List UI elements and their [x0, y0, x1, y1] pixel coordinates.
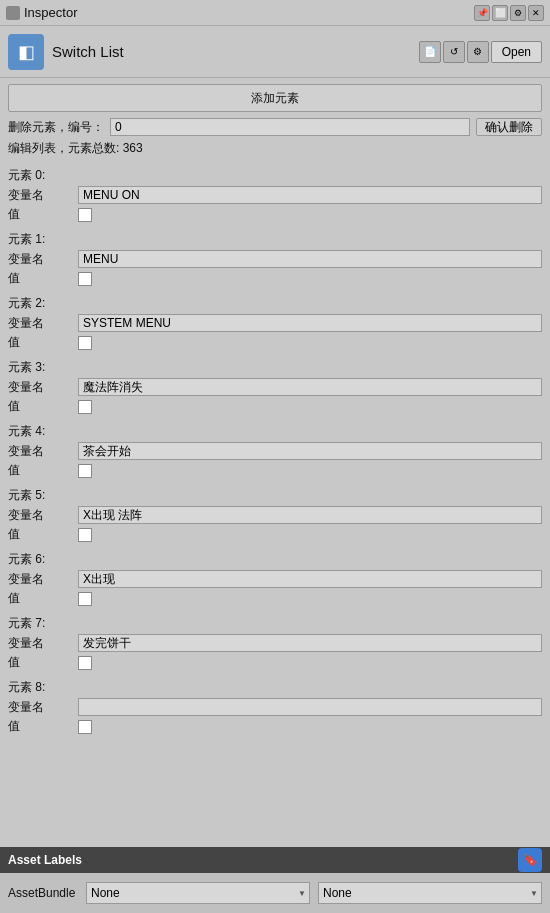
element-checkbox-7[interactable]: [78, 656, 92, 670]
asset-bundle-label: AssetBundle: [8, 886, 78, 900]
element-var-input-8[interactable]: [78, 698, 542, 716]
title-bar: Inspector 📌 ⬜ ⚙ ✕: [0, 0, 550, 26]
element-var-label-4: 变量名: [8, 443, 78, 460]
open-button[interactable]: Open: [491, 41, 542, 63]
header-title: Switch List: [52, 43, 419, 60]
element-var-label-1: 变量名: [8, 251, 78, 268]
header-buttons: 📄 ↺ ⚙ Open: [419, 41, 542, 63]
asset-bundle-select-2[interactable]: None: [318, 882, 542, 904]
maximize-button[interactable]: ⬜: [492, 5, 508, 21]
element-header-0: 元素 0:: [8, 167, 542, 184]
element-group-1: 元素 1:变量名值: [8, 231, 542, 287]
element-var-input-6[interactable]: [78, 570, 542, 588]
element-header-6: 元素 6:: [8, 551, 542, 568]
asset-labels-icon: 🔖: [518, 848, 542, 872]
asset-bundle-select-1[interactable]: None: [86, 882, 310, 904]
element-checkbox-4[interactable]: [78, 464, 92, 478]
asset-bundle-select-1-wrapper: None: [86, 882, 310, 904]
element-var-row-5: 变量名: [8, 506, 542, 524]
element-var-label-8: 变量名: [8, 699, 78, 716]
element-var-row-6: 变量名: [8, 570, 542, 588]
element-header-7: 元素 7:: [8, 615, 542, 632]
element-header-4: 元素 4:: [8, 423, 542, 440]
delete-row: 删除元素，编号： 确认删除: [8, 118, 542, 136]
element-var-input-0[interactable]: [78, 186, 542, 204]
element-var-label-2: 变量名: [8, 315, 78, 332]
delete-input[interactable]: [110, 118, 470, 136]
element-value-row-1: 值: [8, 270, 542, 287]
element-header-2: 元素 2:: [8, 295, 542, 312]
element-value-row-6: 值: [8, 590, 542, 607]
delete-label: 删除元素，编号：: [8, 119, 104, 136]
element-var-input-4[interactable]: [78, 442, 542, 460]
element-value-row-8: 值: [8, 718, 542, 735]
close-button[interactable]: ✕: [528, 5, 544, 21]
asset-bundle-select-2-wrapper: None: [318, 882, 542, 904]
element-value-label-6: 值: [8, 590, 78, 607]
asset-labels-section: Asset Labels 🔖: [0, 847, 550, 873]
element-var-input-1[interactable]: [78, 250, 542, 268]
element-value-label-5: 值: [8, 526, 78, 543]
header-section: ◧ Switch List 📄 ↺ ⚙ Open: [0, 26, 550, 78]
element-value-label-7: 值: [8, 654, 78, 671]
element-var-label-0: 变量名: [8, 187, 78, 204]
main-content[interactable]: 添加元素 删除元素，编号： 确认删除 编辑列表，元素总数: 363 元素 0:变…: [0, 78, 550, 847]
element-checkbox-2[interactable]: [78, 336, 92, 350]
element-value-row-7: 值: [8, 654, 542, 671]
element-group-7: 元素 7:变量名值: [8, 615, 542, 671]
element-value-label-1: 值: [8, 270, 78, 287]
element-var-row-2: 变量名: [8, 314, 542, 332]
element-value-row-2: 值: [8, 334, 542, 351]
element-var-input-3[interactable]: [78, 378, 542, 396]
settings-button[interactable]: ⚙: [510, 5, 526, 21]
element-var-input-5[interactable]: [78, 506, 542, 524]
element-header-8: 元素 8:: [8, 679, 542, 696]
elements-container: 元素 0:变量名值元素 1:变量名值元素 2:变量名值元素 3:变量名值元素 4…: [8, 167, 542, 735]
pin-button[interactable]: 📌: [474, 5, 490, 21]
element-header-5: 元素 5:: [8, 487, 542, 504]
element-var-row-0: 变量名: [8, 186, 542, 204]
element-checkbox-0[interactable]: [78, 208, 92, 222]
element-value-label-8: 值: [8, 718, 78, 735]
header-icon: ◧: [8, 34, 44, 70]
element-var-row-1: 变量名: [8, 250, 542, 268]
edit-info: 编辑列表，元素总数: 363: [8, 140, 542, 157]
element-var-row-7: 变量名: [8, 634, 542, 652]
element-checkbox-1[interactable]: [78, 272, 92, 286]
element-header-3: 元素 3:: [8, 359, 542, 376]
element-var-row-8: 变量名: [8, 698, 542, 716]
element-value-label-3: 值: [8, 398, 78, 415]
element-var-input-7[interactable]: [78, 634, 542, 652]
element-checkbox-6[interactable]: [78, 592, 92, 606]
header-icon-symbol: ◧: [18, 41, 35, 63]
element-group-6: 元素 6:变量名值: [8, 551, 542, 607]
inspector-icon: [6, 6, 20, 20]
asset-bundle-row: AssetBundle None None: [0, 873, 550, 913]
asset-labels-title: Asset Labels: [8, 853, 82, 867]
element-value-label-2: 值: [8, 334, 78, 351]
element-value-row-4: 值: [8, 462, 542, 479]
element-var-label-3: 变量名: [8, 379, 78, 396]
element-checkbox-5[interactable]: [78, 528, 92, 542]
refresh-button[interactable]: ↺: [443, 41, 465, 63]
title-bar-label: Inspector: [24, 5, 77, 20]
element-group-2: 元素 2:变量名值: [8, 295, 542, 351]
add-element-button[interactable]: 添加元素: [8, 84, 542, 112]
element-group-0: 元素 0:变量名值: [8, 167, 542, 223]
confirm-delete-button[interactable]: 确认删除: [476, 118, 542, 136]
element-value-label-0: 值: [8, 206, 78, 223]
element-value-row-5: 值: [8, 526, 542, 543]
element-var-label-7: 变量名: [8, 635, 78, 652]
element-value-row-0: 值: [8, 206, 542, 223]
element-checkbox-8[interactable]: [78, 720, 92, 734]
element-checkbox-3[interactable]: [78, 400, 92, 414]
element-value-label-4: 值: [8, 462, 78, 479]
element-header-1: 元素 1:: [8, 231, 542, 248]
title-bar-controls: 📌 ⬜ ⚙ ✕: [474, 5, 544, 21]
more-options-button[interactable]: ⚙: [467, 41, 489, 63]
element-group-3: 元素 3:变量名值: [8, 359, 542, 415]
element-var-label-5: 变量名: [8, 507, 78, 524]
element-value-row-3: 值: [8, 398, 542, 415]
script-button[interactable]: 📄: [419, 41, 441, 63]
element-var-input-2[interactable]: [78, 314, 542, 332]
